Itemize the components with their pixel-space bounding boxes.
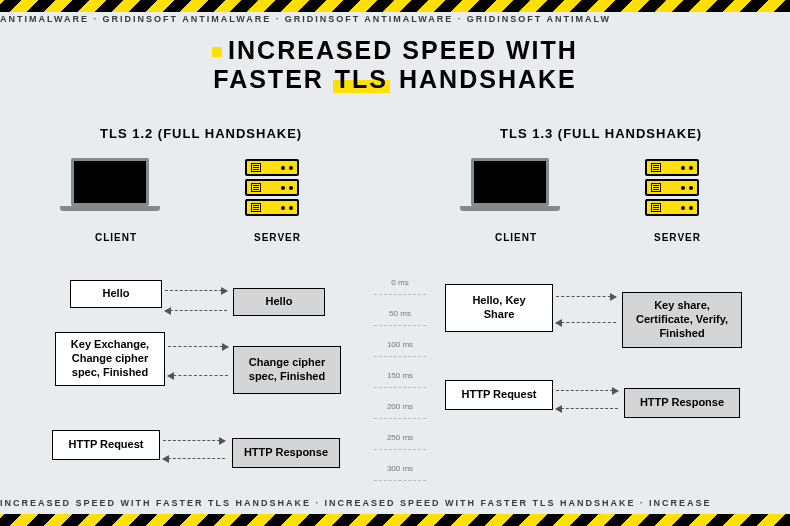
arrow-right-icon <box>165 290 227 291</box>
arrow-left-icon <box>165 310 227 311</box>
arrow-right-icon <box>168 346 228 347</box>
title-accent-icon <box>212 47 222 57</box>
tls13-client-http-box: HTTP Request <box>445 380 553 410</box>
tls13-server-keyshare-box: Key share, Certificate, Verify, Finished <box>622 292 742 348</box>
tls13-server-label: SERVER <box>654 232 701 243</box>
timeline-label: 200 ms <box>380 402 420 411</box>
timeline-tick <box>374 480 426 481</box>
tls13-client-label: CLIENT <box>495 232 537 243</box>
marquee-top: ANTIMALWARE · GRIDINSOFT ANTIMALWARE · G… <box>0 14 790 28</box>
title-line1: INCREASED SPEED WITH <box>228 36 578 64</box>
arrow-left-icon <box>163 458 225 459</box>
tls12-client-http-box: HTTP Request <box>52 430 160 460</box>
tls13-server-http-box: HTTP Response <box>624 388 740 418</box>
hazard-stripe-bottom <box>0 514 790 526</box>
marquee-bottom: INCREASED SPEED WITH FASTER TLS HANDSHAK… <box>0 498 790 512</box>
page-title: INCREASED SPEED WITH FASTER TLS HANDSHAK… <box>0 36 790 94</box>
client-laptop-icon <box>65 158 155 211</box>
timeline-tick <box>374 356 426 357</box>
server-stack-icon <box>245 159 299 219</box>
title-highlight: TLS <box>333 65 390 93</box>
tls13-header: TLS 1.3 (FULL HANDSHAKE) <box>500 126 702 141</box>
timeline-tick <box>374 294 426 295</box>
arrow-right-icon <box>556 296 616 297</box>
tls12-client-hello-box: Hello <box>70 280 162 308</box>
tls12-server-http-box: HTTP Response <box>232 438 340 468</box>
timeline: 0 ms50 ms100 ms150 ms200 ms250 ms300 ms <box>380 278 420 486</box>
timeline-label: 150 ms <box>380 371 420 380</box>
tls12-server-cipher-box: Change cipher spec, Finished <box>233 346 341 394</box>
hazard-stripe-top <box>0 0 790 12</box>
timeline-tick <box>374 418 426 419</box>
arrow-right-icon <box>163 440 225 441</box>
timeline-label: 100 ms <box>380 340 420 349</box>
tls12-client-label: CLIENT <box>95 232 137 243</box>
timeline-label: 50 ms <box>380 309 420 318</box>
timeline-tick <box>374 325 426 326</box>
timeline-tick <box>374 387 426 388</box>
client-laptop-icon <box>465 158 555 211</box>
tls12-server-label: SERVER <box>254 232 301 243</box>
tls12-header: TLS 1.2 (FULL HANDSHAKE) <box>100 126 302 141</box>
timeline-label: 0 ms <box>380 278 420 287</box>
title-line2-pre: FASTER <box>213 65 333 93</box>
tls12-client-keyexchange-box: Key Exchange, Change cipher spec, Finish… <box>55 332 165 386</box>
timeline-label: 250 ms <box>380 433 420 442</box>
arrow-left-icon <box>556 408 618 409</box>
arrow-left-icon <box>556 322 616 323</box>
timeline-tick <box>374 449 426 450</box>
timeline-label: 300 ms <box>380 464 420 473</box>
arrow-right-icon <box>556 390 618 391</box>
server-stack-icon <box>645 159 699 219</box>
tls12-server-hello-box: Hello <box>233 288 325 316</box>
arrow-left-icon <box>168 375 228 376</box>
title-line2-post: HANDSHAKE <box>390 65 577 93</box>
tls13-client-hello-box: Hello, Key Share <box>445 284 553 332</box>
